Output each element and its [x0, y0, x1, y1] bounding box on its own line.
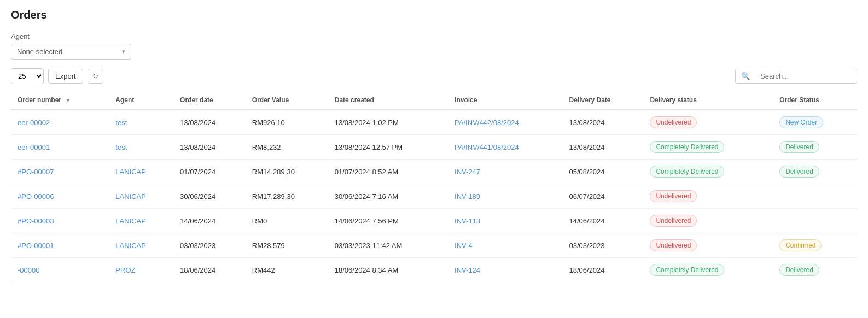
agent-link[interactable]: LANICAP [115, 192, 146, 201]
invoice-link[interactable]: PA/INV/442/08/2024 [455, 119, 519, 127]
delivery-date-cell: 06/07/2024 [562, 184, 643, 209]
order-status-badge: Delivered [779, 166, 819, 178]
search-icon-button[interactable]: 🔍 [736, 69, 756, 83]
date-created-cell: 13/08/2024 12:57 PM [328, 135, 448, 160]
delivery-status-badge: Completely Delivered [650, 264, 724, 276]
date-created-cell: 18/06/2024 8:34 AM [328, 258, 448, 282]
sort-icon: ▼ [65, 97, 71, 103]
order-number-link[interactable]: #PO-00001 [18, 242, 54, 250]
col-agent: Agent [109, 91, 173, 110]
order-status-badge: New Order [779, 116, 823, 128]
order-value-cell: RM0 [246, 209, 328, 233]
order-date-cell: 30/06/2024 [173, 184, 246, 209]
delivery-date-cell: 03/03/2023 [562, 233, 643, 258]
agent-filter-label: Agent [11, 32, 857, 40]
agent-link[interactable]: LANICAP [115, 168, 146, 176]
table-row: -00000PROZ18/06/2024RM44218/06/2024 8:34… [11, 258, 857, 282]
chevron-down-icon: ▾ [122, 48, 125, 55]
order-value-cell: RM17.289,30 [246, 184, 328, 209]
table-header-row: Order number ▼ Agent Order date Order Va… [11, 91, 857, 110]
delivery-status-badge: Undelivered [650, 190, 697, 202]
order-date-cell: 01/07/2024 [173, 160, 246, 184]
col-delivery-status: Delivery status [643, 91, 773, 110]
table-row: #PO-00007LANICAP01/07/2024RM14.289,3001/… [11, 160, 857, 184]
order-value-cell: RM926,10 [246, 110, 328, 135]
agent-link[interactable]: test [115, 143, 127, 151]
delivery-status-badge: Completely Delivered [650, 141, 724, 153]
page-container: Orders Agent None selected ▾ 25 50 100 E… [0, 0, 868, 291]
table-row: eer-00001test13/08/2024RM8,23213/08/2024… [11, 135, 857, 160]
table-row: #PO-00003LANICAP14/06/2024RM014/06/2024 … [11, 209, 857, 233]
table-body: eer-00002test13/08/2024RM926,1013/08/202… [11, 110, 857, 282]
search-input[interactable] [756, 69, 857, 83]
col-date-created: Date created [328, 91, 448, 110]
date-created-cell: 14/06/2024 7:56 PM [328, 209, 448, 233]
delivery-status-badge: Completely Delivered [650, 166, 724, 178]
agent-link[interactable]: PROZ [115, 266, 135, 274]
delivery-date-cell: 13/08/2024 [562, 110, 643, 135]
invoice-link[interactable]: INV-4 [455, 242, 473, 250]
agent-link[interactable]: test [115, 119, 127, 127]
date-created-cell: 03/03/2023 11:42 AM [328, 233, 448, 258]
orders-table: Order number ▼ Agent Order date Order Va… [11, 91, 857, 282]
order-date-cell: 13/08/2024 [173, 110, 246, 135]
date-created-cell: 01/07/2024 8:52 AM [328, 160, 448, 184]
order-status-badge: Delivered [779, 264, 819, 276]
order-number-link[interactable]: eer-00001 [18, 143, 50, 151]
table-row: eer-00002test13/08/2024RM926,1013/08/202… [11, 110, 857, 135]
agent-link[interactable]: LANICAP [115, 217, 146, 225]
col-order-value: Order Value [246, 91, 328, 110]
order-value-cell: RM14.289,30 [246, 160, 328, 184]
filter-section: Agent None selected ▾ [11, 32, 857, 60]
date-created-cell: 13/08/2024 1:02 PM [328, 110, 448, 135]
col-delivery-date: Delivery Date [562, 91, 643, 110]
order-date-cell: 03/03/2023 [173, 233, 246, 258]
order-number-link[interactable]: eer-00002 [18, 119, 50, 127]
delivery-date-cell: 14/06/2024 [562, 209, 643, 233]
table-row: #PO-00001LANICAP03/03/2023RM28.57903/03/… [11, 233, 857, 258]
delivery-status-badge: Undelivered [650, 239, 697, 251]
invoice-link[interactable]: INV-189 [455, 192, 480, 201]
order-value-cell: RM8,232 [246, 135, 328, 160]
col-order-number[interactable]: Order number ▼ [11, 91, 109, 110]
delivery-date-cell: 05/08/2024 [562, 160, 643, 184]
agent-link[interactable]: LANICAP [115, 242, 146, 250]
export-button[interactable]: Export [48, 69, 83, 84]
invoice-link[interactable]: INV-113 [455, 217, 480, 225]
order-value-cell: RM442 [246, 258, 328, 282]
toolbar: 25 50 100 Export ↻ 🔍 [11, 68, 857, 84]
order-status-badge: Confirmed [779, 239, 822, 251]
col-order-status: Order Status [773, 91, 857, 110]
col-invoice: Invoice [448, 91, 562, 110]
table-row: #PO-00006LANICAP30/06/2024RM17.289,3030/… [11, 184, 857, 209]
delivery-date-cell: 13/08/2024 [562, 135, 643, 160]
order-number-link[interactable]: #PO-00006 [18, 192, 54, 201]
refresh-button[interactable]: ↻ [88, 69, 103, 84]
order-date-cell: 18/06/2024 [173, 258, 246, 282]
order-date-cell: 13/08/2024 [173, 135, 246, 160]
invoice-link[interactable]: INV-124 [455, 266, 480, 274]
order-date-cell: 14/06/2024 [173, 209, 246, 233]
delivery-date-cell: 18/06/2024 [562, 258, 643, 282]
page-title: Orders [11, 9, 857, 21]
agent-dropdown-value: None selected [17, 48, 62, 56]
delivery-status-badge: Undelivered [650, 116, 697, 128]
order-number-link[interactable]: #PO-00003 [18, 217, 54, 225]
per-page-select[interactable]: 25 50 100 [11, 68, 44, 84]
invoice-link[interactable]: INV-247 [455, 168, 480, 176]
search-wrapper: 🔍 [735, 69, 857, 84]
date-created-cell: 30/06/2024 7:16 AM [328, 184, 448, 209]
order-value-cell: RM28.579 [246, 233, 328, 258]
order-status-badge: Delivered [779, 141, 819, 153]
order-number-link[interactable]: -00000 [18, 266, 39, 274]
delivery-status-badge: Undelivered [650, 215, 697, 227]
order-number-link[interactable]: #PO-00007 [18, 168, 54, 176]
col-order-date: Order date [173, 91, 246, 110]
agent-dropdown[interactable]: None selected ▾ [11, 44, 131, 60]
invoice-link[interactable]: PA/INV/441/08/2024 [455, 143, 519, 151]
